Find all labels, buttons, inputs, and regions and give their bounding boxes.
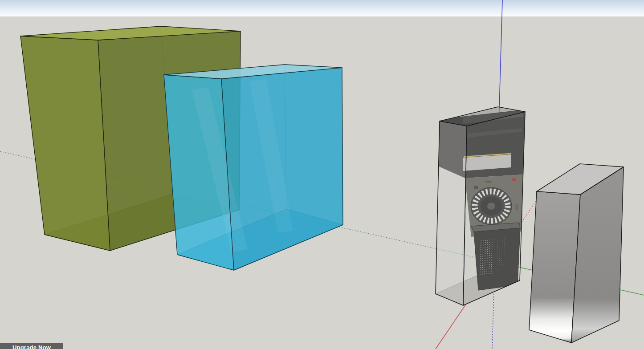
green-box-front-face[interactable]: [20, 36, 110, 251]
3d-viewport[interactable]: Upgrade Now: [0, 0, 644, 349]
case-right-face[interactable]: [463, 112, 525, 305]
model-scene: [0, 0, 644, 349]
upgrade-now-button[interactable]: Upgrade Now: [0, 343, 63, 349]
cyan-box[interactable]: [164, 65, 343, 270]
case-front-face[interactable]: [436, 121, 467, 305]
slab-box[interactable]: [529, 164, 624, 343]
case-box[interactable]: [436, 107, 526, 305]
upgrade-now-label: Upgrade Now: [12, 344, 51, 349]
